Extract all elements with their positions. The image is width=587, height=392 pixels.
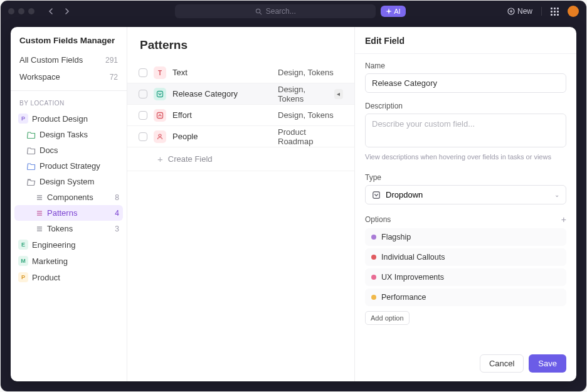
description-input[interactable] <box>365 114 566 147</box>
options-label: Options <box>365 215 391 224</box>
user-avatar[interactable] <box>568 6 579 17</box>
maximize-window[interactable] <box>28 8 34 14</box>
color-dot <box>371 235 376 240</box>
folder-icon <box>27 162 36 171</box>
chevron-down-icon: ⌄ <box>554 191 559 198</box>
sparkle-icon <box>386 8 392 14</box>
list-icon <box>36 209 43 217</box>
name-label: Name <box>365 61 566 70</box>
space-badge: M <box>18 256 28 266</box>
color-dot <box>371 295 376 300</box>
plus-icon: + <box>157 154 163 164</box>
space-badge: P <box>18 272 28 282</box>
list-icon <box>36 194 43 201</box>
list-tokens[interactable]: Tokens 3 <box>14 221 123 236</box>
nav-back[interactable] <box>45 6 57 16</box>
add-option-icon[interactable]: + <box>561 215 566 225</box>
folder-icon <box>27 130 36 139</box>
space-badge: E <box>18 240 28 250</box>
row-checkbox[interactable] <box>139 90 147 98</box>
folder-design-system[interactable]: Design System <box>14 174 123 189</box>
description-label: Description <box>365 102 566 110</box>
svg-point-17 <box>159 134 161 137</box>
save-button[interactable]: Save <box>529 354 566 373</box>
folder-open-icon <box>27 177 36 186</box>
option-label: UX Improvements <box>381 273 444 282</box>
description-help: View descriptions when hovering over fie… <box>365 153 566 161</box>
cancel-button[interactable]: Cancel <box>480 354 524 373</box>
option-label: Performance <box>381 293 426 302</box>
option-item[interactable]: Performance <box>365 289 566 306</box>
option-item[interactable]: Flagship <box>365 228 566 246</box>
search-placeholder: Search... <box>266 7 296 16</box>
folder-docs[interactable]: Docs <box>14 142 123 158</box>
chevron-left-icon: ◂ <box>334 89 343 99</box>
dropdown-type-icon <box>154 88 166 100</box>
people-type-icon <box>154 130 166 143</box>
window-controls <box>8 8 34 14</box>
row-checkbox[interactable] <box>139 132 147 141</box>
svg-point-0 <box>256 9 260 13</box>
plus-circle-icon <box>507 8 515 15</box>
svg-line-1 <box>260 13 262 14</box>
field-row-effort[interactable]: Effort Design, Tokens <box>127 105 354 126</box>
list-icon <box>36 225 43 233</box>
minimize-window[interactable] <box>18 8 24 14</box>
add-option-button[interactable]: Add option <box>365 311 410 325</box>
search-icon <box>255 8 262 15</box>
folder-design-tasks[interactable]: Design Tasks <box>14 127 123 142</box>
close-window[interactable] <box>8 8 14 14</box>
svg-rect-16 <box>157 112 163 118</box>
row-checkbox[interactable] <box>139 68 147 77</box>
name-input[interactable] <box>365 73 566 93</box>
field-row-release-category[interactable]: Release Category Design, Tokens ◂ <box>127 83 354 105</box>
apps-menu[interactable] <box>551 8 559 16</box>
option-item[interactable]: Individual Callouts <box>365 248 566 266</box>
option-label: Flagship <box>381 233 411 241</box>
edit-panel-title: Edit Field <box>355 27 576 54</box>
option-item[interactable]: UX Improvements <box>365 268 566 286</box>
space-product-design[interactable]: P Product Design <box>14 110 123 127</box>
field-row-text[interactable]: T Text Design, Tokens <box>127 62 354 83</box>
list-components[interactable]: Components 8 <box>14 189 123 205</box>
new-button[interactable]: New <box>507 7 532 16</box>
sidebar-title: Custom Fields Manager <box>11 27 127 51</box>
search-input[interactable]: Search... <box>175 4 376 18</box>
folder-product-strategy[interactable]: Product Strategy <box>14 158 123 174</box>
list-patterns[interactable]: Patterns 4 <box>14 205 123 221</box>
type-label: Type <box>365 173 566 182</box>
sidebar-all-fields[interactable]: All Custom Fields 291 <box>16 51 122 68</box>
create-field-button[interactable]: + Create Field <box>127 147 354 171</box>
text-type-icon: T <box>154 66 166 79</box>
topbar: Search... AI New <box>1 1 586 22</box>
edit-field-panel: Edit Field Name Description View descrip… <box>354 27 576 381</box>
ai-button[interactable]: AI <box>381 6 405 17</box>
page-title: Patterns <box>127 38 354 62</box>
svg-text:T: T <box>158 69 162 76</box>
svg-rect-15 <box>157 91 163 97</box>
space-marketing[interactable]: M Marketing <box>14 253 123 269</box>
svg-rect-18 <box>373 191 380 198</box>
space-badge: P <box>18 114 28 124</box>
space-engineering[interactable]: E Engineering <box>14 236 123 253</box>
sidebar-section-label: BY LOCATION <box>11 96 127 109</box>
sidebar-workspace[interactable]: Workspace 72 <box>16 68 122 85</box>
color-dot <box>371 275 376 280</box>
folder-icon <box>27 146 36 155</box>
dropdown-type-icon <box>372 191 381 199</box>
type-select[interactable]: Dropdown ⌄ <box>365 185 566 204</box>
nav-forward[interactable] <box>61 6 73 16</box>
sidebar: Custom Fields Manager All Custom Fields … <box>11 27 127 381</box>
field-row-people[interactable]: People Product Roadmap <box>127 126 354 147</box>
space-product[interactable]: P Product <box>14 269 123 285</box>
color-dot <box>371 255 376 260</box>
option-label: Individual Callouts <box>381 253 445 262</box>
row-checkbox[interactable] <box>139 111 147 120</box>
field-list-panel: Patterns T Text Design, Tokens Release C… <box>127 27 354 381</box>
effort-type-icon <box>154 109 166 122</box>
